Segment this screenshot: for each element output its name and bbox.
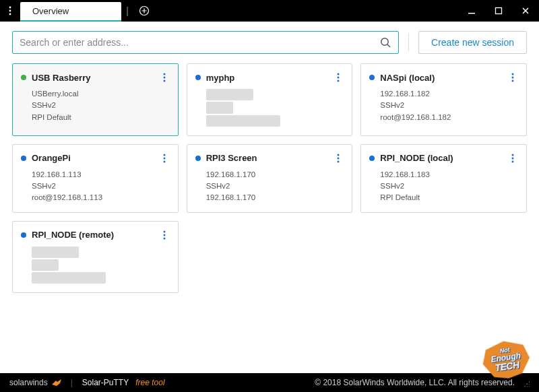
session-detail-line: 192.168.1.170 — [206, 192, 344, 203]
session-menu-button[interactable] — [507, 71, 518, 84]
session-menu-button[interactable] — [507, 152, 518, 165]
app-menu-button[interactable] — [0, 0, 20, 22]
session-menu-button[interactable] — [333, 152, 344, 165]
session-detail-line: root@192.168.1.113 — [32, 192, 170, 203]
status-dot-icon — [21, 232, 26, 238]
session-title: RPI_NODE (local) — [380, 153, 502, 163]
session-card-header: USB Rasberry — [21, 71, 170, 84]
svg-point-15 — [512, 80, 514, 82]
session-menu-button[interactable] — [333, 71, 344, 84]
svg-point-11 — [338, 77, 340, 79]
statusbar: solarwinds | Solar-PuTTY free tool © 201… — [0, 373, 539, 392]
status-dot-icon — [21, 75, 26, 80]
close-icon — [521, 7, 530, 15]
session-detail-line — [206, 101, 344, 114]
session-card-header: RPI_NODE (remote) — [21, 228, 170, 242]
svg-point-0 — [9, 7, 11, 9]
maximize-button[interactable] — [485, 0, 512, 22]
session-grid: USB RasberryUSBerry.localSSHv2RPI Defaul… — [12, 63, 527, 293]
status-dot-icon — [369, 75, 375, 80]
session-detail-line: SSHv2 — [380, 100, 518, 111]
search-field-wrap[interactable] — [12, 31, 399, 54]
tab-separator: | — [121, 0, 133, 22]
minimize-button[interactable] — [458, 0, 485, 22]
session-card-header: OrangePi — [21, 152, 170, 165]
session-card[interactable]: RPI_NODE (remote) — [12, 221, 179, 294]
app-name: Solar-PuTTY — [82, 378, 129, 387]
vertical-dots-icon — [163, 154, 166, 163]
session-card[interactable]: NASpi (local)192.168.1.182SSHv2root@192.… — [360, 63, 527, 136]
search-input[interactable] — [20, 37, 379, 48]
svg-point-18 — [163, 160, 165, 162]
session-detail-line — [206, 115, 344, 127]
vertical-dots-icon — [337, 154, 340, 163]
create-new-session-button[interactable]: Create new session — [418, 31, 527, 54]
tab-overview[interactable]: Overview — [20, 2, 121, 22]
session-detail-line — [32, 259, 170, 271]
brand-logo-icon — [52, 379, 61, 386]
session-detail-line: SSHv2 — [380, 181, 518, 192]
svg-point-6 — [381, 38, 388, 45]
session-menu-button[interactable] — [159, 152, 170, 165]
vertical-dots-icon — [6, 6, 14, 15]
svg-point-25 — [163, 230, 165, 232]
session-detail-line: 192.168.1.182 — [380, 88, 518, 100]
session-card-header: RPI_NODE (local) — [369, 152, 518, 165]
titlebar-spacer[interactable] — [155, 0, 458, 22]
vertical-dots-icon — [337, 73, 340, 82]
svg-point-22 — [512, 154, 514, 156]
session-details: 192.168.1.182SSHv2root@192.168.1.182 — [369, 88, 518, 123]
svg-point-20 — [338, 157, 340, 159]
session-detail-line: SSHv2 — [32, 100, 170, 111]
status-dot-icon — [21, 156, 26, 161]
session-details: USBerry.localSSHv2RPI Default — [21, 88, 170, 123]
svg-point-21 — [338, 160, 340, 162]
session-detail-line: SSHv2 — [206, 181, 344, 192]
status-dot-icon — [195, 75, 201, 80]
session-details: 192.168.1.113SSHv2root@192.168.1.113 — [21, 169, 170, 204]
maximize-icon — [495, 7, 503, 15]
session-detail-line — [206, 88, 344, 101]
session-card-header: myphp — [195, 71, 344, 84]
session-card[interactable]: RPI_NODE (local)192.168.1.183SSHv2RPI De… — [360, 144, 527, 213]
session-details: 192.168.1.170SSHv2192.168.1.170 — [195, 169, 344, 204]
session-details — [21, 246, 170, 285]
session-detail-line: USBerry.local — [32, 88, 170, 100]
session-card-header: NASpi (local) — [369, 71, 518, 84]
toolbar: Create new session — [12, 31, 527, 54]
session-detail-line: 192.168.1.183 — [380, 169, 518, 181]
svg-point-13 — [512, 73, 514, 75]
vertical-dots-icon — [511, 154, 514, 163]
session-card[interactable]: OrangePi192.168.1.113SSHv2root@192.168.1… — [12, 144, 179, 213]
main-content: Create new session USB RasberryUSBerry.l… — [0, 22, 539, 373]
session-title: USB Rasberry — [32, 73, 154, 83]
svg-point-24 — [512, 160, 514, 162]
svg-point-1 — [9, 10, 11, 12]
svg-point-19 — [338, 154, 340, 156]
session-details: 192.168.1.183SSHv2RPI Default — [369, 169, 518, 204]
new-tab-button[interactable] — [133, 0, 155, 22]
session-detail-line — [32, 271, 170, 284]
svg-point-7 — [163, 73, 165, 75]
session-menu-button[interactable] — [159, 228, 170, 242]
svg-point-8 — [163, 77, 165, 79]
brand-block: solarwinds | Solar-PuTTY free tool — [9, 378, 165, 387]
app-suffix: free tool — [135, 378, 164, 387]
session-detail-line: 192.168.1.113 — [32, 169, 170, 181]
copyright-text: © 2018 SolarWinds Worldwide, LLC. All ri… — [315, 378, 515, 387]
session-details — [195, 88, 344, 127]
vertical-dots-icon — [163, 230, 166, 240]
brand-name: solarwinds — [9, 378, 48, 387]
resize-grip[interactable] — [521, 379, 530, 387]
svg-rect-4 — [468, 13, 475, 14]
session-card[interactable]: RPI3 Screen192.168.1.170SSHv2192.168.1.1… — [187, 144, 353, 213]
session-menu-button[interactable] — [159, 71, 170, 84]
session-card[interactable]: myphp — [187, 63, 353, 136]
session-card[interactable]: USB RasberryUSBerry.localSSHv2RPI Defaul… — [12, 63, 179, 136]
session-title: RPI_NODE (remote) — [32, 230, 154, 240]
svg-point-26 — [163, 234, 165, 236]
brand-separator: | — [71, 378, 73, 387]
session-card-header: RPI3 Screen — [195, 152, 344, 165]
close-button[interactable] — [512, 0, 539, 22]
status-dot-icon — [369, 156, 375, 161]
